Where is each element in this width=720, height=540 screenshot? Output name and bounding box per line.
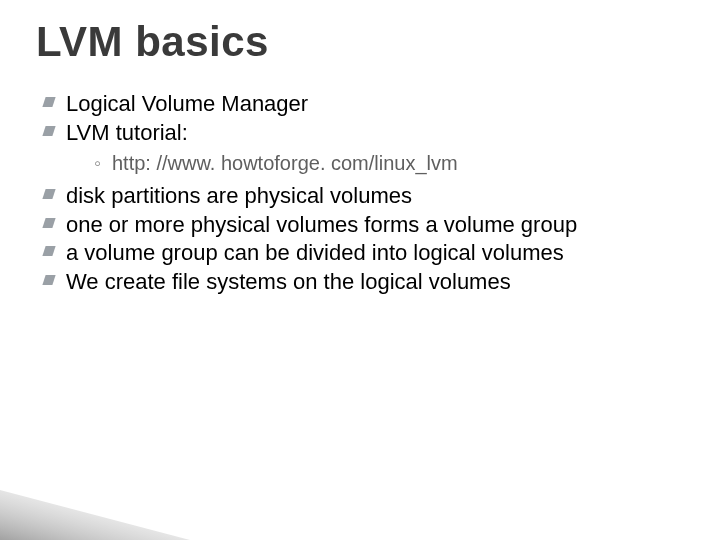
list-item: LVM tutorial: http: //www. howtoforge. c… (44, 119, 684, 177)
list-item-text: one or more physical volumes forms a vol… (66, 212, 577, 237)
list-item: We create file systems on the logical vo… (44, 268, 684, 296)
slide-title: LVM basics (36, 18, 684, 66)
slide: LVM basics Logical Volume Manager LVM tu… (0, 0, 720, 540)
sub-list-item-text: http: //www. howtoforge. com/linux_lvm (112, 152, 458, 174)
bullet-list: Logical Volume Manager LVM tutorial: htt… (36, 90, 684, 295)
list-item-text: We create file systems on the logical vo… (66, 269, 511, 294)
list-item-text: LVM tutorial: (66, 120, 188, 145)
corner-shadow-icon (0, 470, 190, 540)
list-item: disk partitions are physical volumes (44, 182, 684, 210)
list-item: Logical Volume Manager (44, 90, 684, 118)
sub-list-item: http: //www. howtoforge. com/linux_lvm (94, 150, 684, 176)
list-item: a volume group can be divided into logic… (44, 239, 684, 267)
sub-bullet-list: http: //www. howtoforge. com/linux_lvm (66, 150, 684, 176)
list-item: one or more physical volumes forms a vol… (44, 211, 684, 239)
list-item-text: a volume group can be divided into logic… (66, 240, 564, 265)
list-item-text: disk partitions are physical volumes (66, 183, 412, 208)
list-item-text: Logical Volume Manager (66, 91, 308, 116)
svg-marker-0 (0, 490, 190, 540)
